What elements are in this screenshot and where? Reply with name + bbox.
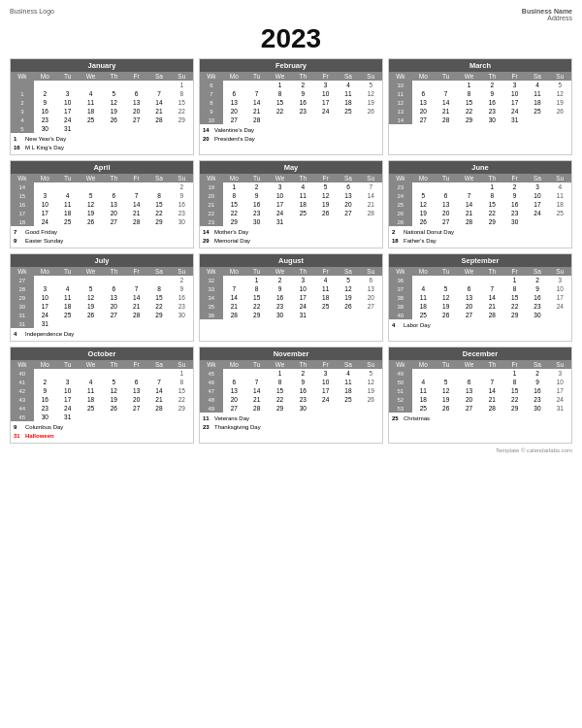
holiday-item: 20President's Day [203,135,379,144]
week-number: 41 [11,378,34,386]
col-header-we: We [457,360,480,369]
day-cell: 25 [526,107,548,116]
col-header-tu: Tu [245,174,268,182]
holidays-section: 1New Year's Day16M L King's Day [11,133,193,154]
day-cell: 29 [245,311,268,319]
col-header-tu: Tu [56,267,79,276]
day-cell: 30 [292,404,314,413]
month-block-september: SeptemberWkMoTuWeThFrSaSu361233745678910… [388,253,572,342]
holiday-item: 11Veterans Day [203,414,379,423]
day-cell: 23 [481,107,503,116]
day-cell [292,217,314,226]
week-number: 39 [389,302,412,311]
month-header-september: September [389,254,571,267]
day-cell: 12 [314,191,337,200]
day-cell: 15 [503,386,526,395]
holiday-number: 4 [392,321,402,330]
week-number: 53 [389,404,412,413]
day-cell: 11 [292,191,314,200]
day-cell: 28 [147,404,170,413]
day-cell: 13 [412,98,435,107]
table-row: 316171819202122 [11,107,193,116]
month-table-february: WkMoTuWeThFrSaSu612345767891011128131415… [200,72,382,124]
table-row: 32123456 [200,276,382,284]
col-header-th: Th [481,360,503,369]
holiday-number: 2 [392,228,402,237]
day-cell: 20 [435,209,457,217]
col-header-we: We [79,72,102,81]
day-cell: 23 [34,404,56,413]
footer: Template © calendarlabs.com [10,447,572,453]
col-header-su: Su [549,174,571,182]
month-block-may: MayWkMoTuWeThFrSaSu191234567208910111213… [199,160,383,248]
holiday-item: 4Labor Day [392,321,568,330]
day-sunday: 3 [549,276,571,284]
table-row: 412345678 [11,378,193,386]
table-row: 5218192021222324 [389,395,571,404]
month-table-january: WkMoTuWeThFrSaSu112345678291011121314153… [11,72,193,133]
day-cell: 22 [481,209,503,217]
table-row: 12345678 [11,89,193,98]
day-cell: 7 [457,191,480,200]
col-header-sa: Sa [147,267,170,276]
day-cell: 4 [412,378,435,386]
day-cell: 31 [503,116,526,124]
day-cell: 12 [79,200,102,209]
col-header-mo: Mo [223,174,245,182]
business-logo: Business Logo [10,8,54,15]
week-number: 21 [200,200,223,209]
day-cell [314,404,337,413]
day-cell: 25 [79,116,102,124]
table-row: 5325262728293031 [389,404,571,413]
day-cell: 25 [292,209,314,217]
week-number: 49 [389,369,412,378]
day-cell: 24 [56,116,79,124]
day-cell: 30 [34,413,56,421]
holiday-number: 7 [14,228,23,237]
day-cell: 31 [56,413,79,421]
day-cell: 9 [245,191,268,200]
day-cell: 20 [457,302,480,311]
col-header-wk: Wk [389,360,412,369]
col-header-we: We [79,360,102,369]
month-table-june: WkMoTuWeThFrSaSu231234245678910112512131… [389,174,571,226]
week-number: 36 [389,276,412,284]
day-cell: 18 [412,302,435,311]
week-number: 4 [11,116,34,124]
week-number: 5 [11,124,34,133]
day-cell: 20 [412,107,435,116]
year-title: 2023 [10,23,572,54]
day-cell: 17 [56,107,79,116]
col-header-su: Su [360,72,382,81]
day-cell: 25 [314,302,337,311]
week-number: 28 [11,284,34,293]
col-header-su: Su [549,360,571,369]
day-cell: 11 [56,200,79,209]
day-cell: 30 [268,311,291,319]
day-cell [526,116,548,124]
day-cell: 27 [125,116,147,124]
day-sunday [360,116,382,124]
week-number: 43 [11,395,34,404]
day-cell: 15 [147,200,170,209]
month-header-april: April [11,161,193,174]
day-cell: 17 [34,302,56,311]
holiday-number: 29 [203,237,212,246]
day-cell: 4 [337,81,359,89]
day-cell: 17 [314,98,337,107]
day-cell: 27 [223,116,245,124]
day-sunday: 1 [171,369,193,378]
day-cell: 13 [125,386,147,395]
day-cell: 3 [314,81,337,89]
col-header-we: We [457,174,480,182]
day-cell: 6 [223,378,245,386]
holiday-name: Christmas [404,414,430,423]
day-cell: 31 [292,311,314,319]
day-cell [435,369,457,378]
day-cell [147,182,170,191]
day-cell: 26 [435,311,457,319]
holiday-number: 9 [14,423,23,432]
week-number: 8 [200,98,223,107]
month-header-august: August [200,254,382,267]
day-cell: 26 [79,311,102,319]
